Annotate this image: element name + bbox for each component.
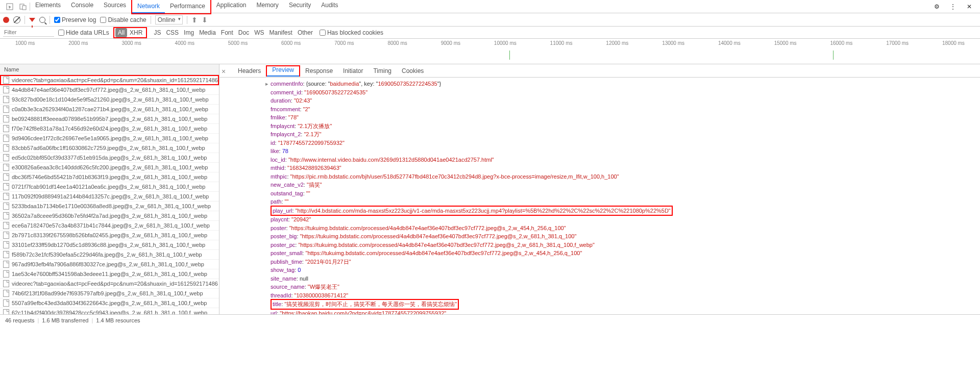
detail-tab-headers[interactable]: Headers bbox=[233, 65, 266, 77]
request-row[interactable]: 9d9406cdee1f72c8c26967ee5e1a9065.jpeg@s_… bbox=[0, 134, 219, 143]
preview-line[interactable]: comment_id: "1690050735227224535" bbox=[225, 88, 975, 97]
preview-line[interactable]: poster_small: "https://tukuimg.bdstatic.… bbox=[225, 249, 975, 258]
devtools-tab-application[interactable]: Application bbox=[211, 0, 252, 14]
type-filter-css[interactable]: CSS bbox=[163, 28, 181, 37]
type-filter-font[interactable]: Font bbox=[218, 28, 236, 37]
preview-line[interactable]: path: "" bbox=[225, 197, 975, 206]
filter-toggle-icon[interactable] bbox=[29, 18, 35, 22]
request-row[interactable]: 74b6f213f1f08ad99de7f6935797afb9.jpeg@s_… bbox=[0, 289, 219, 298]
settings-icon[interactable]: ⚙ bbox=[932, 2, 941, 11]
file-icon bbox=[3, 86, 9, 93]
preview-line[interactable]: fmcomment: "2" bbox=[225, 105, 975, 114]
detail-tab-timing[interactable]: Timing bbox=[368, 65, 397, 77]
type-filter-ws[interactable]: WS bbox=[252, 28, 266, 37]
preview-line[interactable]: playcnt: "20942" bbox=[225, 215, 975, 224]
hide-data-urls-checkbox[interactable]: Hide data URLs bbox=[58, 29, 109, 36]
upload-har-icon[interactable]: ⬆ bbox=[191, 16, 198, 24]
detail-tab-response[interactable]: Response bbox=[300, 65, 338, 77]
type-filter-xhr[interactable]: XHR bbox=[127, 28, 145, 37]
preview-line[interactable]: publish_time: "2021年01月27日" bbox=[225, 258, 975, 266]
request-row[interactable]: 967ad9f03efb4fa7906a886f830327ce.jpeg@s_… bbox=[0, 260, 219, 269]
preview-line[interactable]: duration: "02:43" bbox=[225, 96, 975, 105]
inspect-icon[interactable] bbox=[5, 2, 14, 11]
request-row[interactable]: 0721f7fcab901df14ee1a40121a0ea6c.jpeg@s_… bbox=[0, 182, 219, 192]
type-filter-img[interactable]: Img bbox=[181, 28, 197, 37]
devtools-tab-audits[interactable]: Audits bbox=[316, 0, 343, 14]
preview-line[interactable]: outstand_tag: "" bbox=[225, 189, 975, 198]
preview-line[interactable]: like: 78 bbox=[225, 147, 975, 156]
request-row[interactable]: 5233bdaa1b7134b6e1710e00368a8ed8.jpeg@s_… bbox=[0, 202, 219, 211]
request-row[interactable]: 93c827bd00e18c1d104de5e9f5a21260.jpeg@s_… bbox=[0, 95, 219, 105]
detail-tab-preview[interactable]: Preview bbox=[267, 64, 299, 77]
name-column-header[interactable]: Name bbox=[0, 64, 219, 75]
preview-line[interactable]: site_name: null bbox=[225, 274, 975, 283]
preview-line[interactable]: fmlike: "78" bbox=[225, 113, 975, 122]
throttling-select[interactable]: Online bbox=[155, 15, 183, 24]
close-details-icon[interactable]: × bbox=[222, 67, 229, 74]
preview-line[interactable]: id: "17877455722099755932" bbox=[225, 139, 975, 147]
request-row[interactable]: 4a4db847e4aef36e407bdf3ec97cf772.jpeg@s_… bbox=[0, 85, 219, 95]
preview-line[interactable]: play_url: "http://vd4.bdstatic.com/mda-m… bbox=[225, 206, 975, 216]
preview-line[interactable]: new_cate_v2: "搞笑" bbox=[225, 181, 975, 189]
blocked-cookies-checkbox[interactable]: Has blocked cookies bbox=[320, 29, 383, 36]
preview-line[interactable]: show_tag: 0 bbox=[225, 266, 975, 274]
request-row[interactable]: 33101ef233ff59db1270d5c1d8936c88.jpeg@s_… bbox=[0, 240, 219, 250]
request-row[interactable]: dbc36f5746e6bd55421b7d01b8363f19.jpeg@s_… bbox=[0, 172, 219, 182]
timeline-overview[interactable]: 1000 ms2000 ms3000 ms4000 ms5000 ms6000 … bbox=[0, 39, 980, 64]
detail-tab-initiator[interactable]: Initiator bbox=[338, 65, 368, 77]
request-row[interactable]: c0a0b3e3ca262934f40a1287cae271b4.jpeg@s_… bbox=[0, 105, 219, 114]
preview-line[interactable]: title: "搞笑视频混剪，时间不止，搞笑不断，每天愿你一笑，看搞笑忘烦恼" bbox=[225, 299, 975, 309]
request-row[interactable]: ece6a7182470e57c3a4b8371b41c7844.jpeg@s_… bbox=[0, 221, 219, 231]
preview-line[interactable]: threadId: "1038000038671412" bbox=[225, 291, 975, 300]
preview-line[interactable]: ▸commentInfo: {source: "baidumedia", key… bbox=[225, 80, 975, 88]
preserve-log-checkbox[interactable]: Preserve log bbox=[54, 16, 96, 23]
preview-line[interactable]: source_name: "W爆笑老王" bbox=[225, 283, 975, 291]
devtools-tab-console[interactable]: Console bbox=[66, 0, 99, 14]
preview-line[interactable]: loc_id: "http://www.internal.video.baidu… bbox=[225, 156, 975, 164]
preview-line[interactable]: mthid: "1683428892639463" bbox=[225, 164, 975, 172]
preview-line[interactable]: poster: "https://tukuimg.bdstatic.com/pr… bbox=[225, 224, 975, 233]
search-icon[interactable] bbox=[39, 17, 45, 23]
preview-line[interactable]: fmplaycnt_2: "2.1万" bbox=[225, 130, 975, 139]
type-filter-all[interactable]: All bbox=[115, 28, 127, 37]
download-har-icon[interactable]: ⬇ bbox=[202, 16, 208, 24]
type-filter-doc[interactable]: Doc bbox=[236, 28, 252, 37]
preview-line[interactable]: mthpic: "https://pic.rmb.bdstatic.com/bj… bbox=[225, 172, 975, 181]
preview-line[interactable]: poster_pc: "https://tukuimg.bdstatic.com… bbox=[225, 241, 975, 249]
request-row[interactable]: 62c11b4d2f400dc39789428ccc5c9943.jpeg@s_… bbox=[0, 308, 219, 314]
devtools-tab-elements[interactable]: Elements bbox=[30, 0, 66, 14]
more-icon[interactable]: ⋮ bbox=[948, 2, 958, 11]
devtools-tab-performance[interactable]: Performance bbox=[165, 0, 210, 13]
preview-line[interactable]: url: "https://haokan.baidu.com/v?pd=pc&v… bbox=[225, 309, 975, 315]
request-row[interactable]: ed5dc02bbf850cf39d3377d51eb915da.jpeg@s_… bbox=[0, 153, 219, 163]
filter-input[interactable] bbox=[3, 28, 54, 37]
type-filter-manifest[interactable]: Manifest bbox=[267, 28, 295, 37]
request-row[interactable]: 5507a99efbc43ed3da8034f36226643c.jpeg@s_… bbox=[0, 298, 219, 308]
type-filter-other[interactable]: Other bbox=[295, 28, 315, 37]
request-row[interactable]: 83cbb57ad6a06fbc1ff16030862c7259.jpeg@s_… bbox=[0, 143, 219, 153]
request-row[interactable]: videorec?tab=gaoxiao&act=pcFeed&pd=pc&nu… bbox=[0, 279, 219, 289]
device-toggle-icon[interactable] bbox=[18, 2, 28, 11]
request-row[interactable]: 36502a7a8ceee95d360b7e5fd4f2a7ad.jpeg@s_… bbox=[0, 211, 219, 221]
type-filter-media[interactable]: Media bbox=[197, 28, 218, 37]
request-row[interactable]: e300826a6eaa3c8c140ddd626c5fc200.jpeg@s_… bbox=[0, 163, 219, 172]
disable-cache-checkbox[interactable]: Disable cache bbox=[100, 16, 146, 23]
request-row[interactable]: be09248881ff3eeead07898e51b995b7.jpeg@s_… bbox=[0, 114, 219, 124]
record-button[interactable] bbox=[3, 17, 9, 23]
detail-tab-cookies[interactable]: Cookies bbox=[397, 65, 429, 77]
close-devtools-icon[interactable]: ✕ bbox=[965, 2, 974, 11]
request-row[interactable]: 1ae53c4e7600bff5341598ab3edeee11.jpeg@s_… bbox=[0, 269, 219, 279]
devtools-tab-sources[interactable]: Sources bbox=[99, 0, 131, 14]
type-filter-js[interactable]: JS bbox=[151, 28, 163, 37]
devtools-tab-memory[interactable]: Memory bbox=[252, 0, 284, 14]
devtools-tab-security[interactable]: Security bbox=[284, 0, 316, 14]
devtools-tab-network[interactable]: Network bbox=[132, 0, 165, 13]
request-row[interactable]: f70e742f8e831a78a17c456d92e60d24.jpeg@s_… bbox=[0, 124, 219, 134]
request-row[interactable]: 2b7971c83139f2675598b526bfa02455.jpeg@s_… bbox=[0, 231, 219, 240]
request-row[interactable]: videorec?tab=gaoxiao&act=pcFeed&pd=pc&nu… bbox=[0, 75, 219, 85]
request-row[interactable]: 117b092f09d889491a2144b84d13257c.jpeg@s_… bbox=[0, 192, 219, 202]
preview-line[interactable]: poster_big: "https://tukuimg.bdstatic.co… bbox=[225, 232, 975, 241]
preview-line[interactable]: fmplaycnt: "2.1万次播放" bbox=[225, 122, 975, 131]
request-row[interactable]: f589b72c3e1fcf5390efaa5c229d46fa.jpeg@s_… bbox=[0, 250, 219, 260]
clear-button[interactable] bbox=[13, 16, 20, 23]
